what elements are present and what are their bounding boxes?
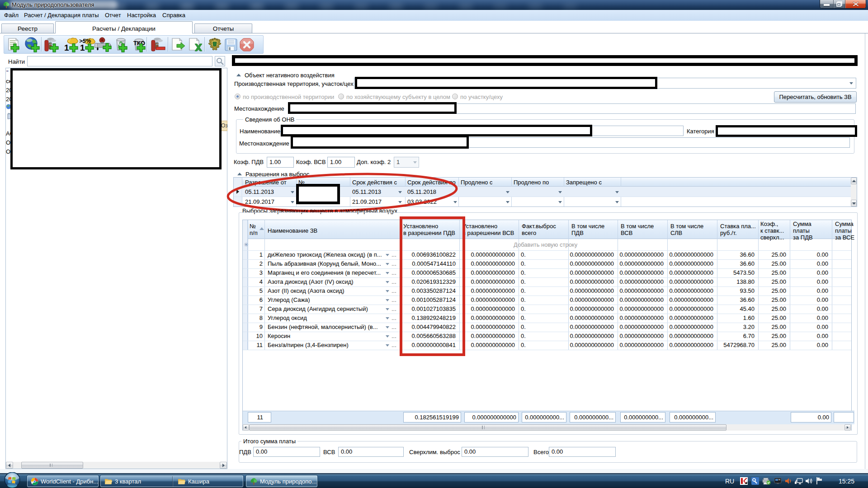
svg-text:1: 1 — [64, 43, 69, 52]
svg-text:1: 1 — [80, 43, 85, 52]
svg-text:ТКО: ТКО — [133, 40, 145, 47]
